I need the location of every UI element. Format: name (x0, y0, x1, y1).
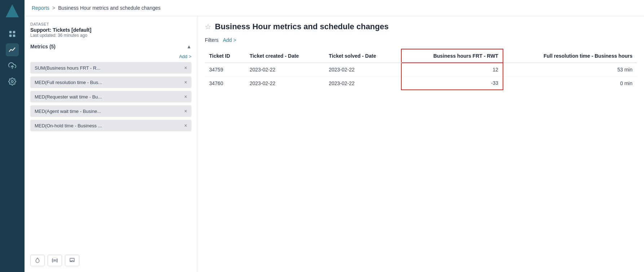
left-panel: Dataset Support: Tickets [default] Last … (25, 16, 198, 272)
breadcrumb: Reports > Business Hour metrics and sche… (25, 0, 644, 16)
report-title: Business Hour metrics and schedule chang… (215, 22, 389, 31)
metric-remove-3[interactable]: × (184, 94, 187, 100)
breadcrumb-current-page: Business Hour metrics and schedule chang… (58, 5, 160, 11)
table-header-row: Ticket ID Ticket created - Date Ticket s… (205, 49, 637, 63)
cell-ticket-solved-2: 2023-02-22 (325, 76, 401, 90)
table-row: 34760 2023-02-22 2023-02-22 -33 0 min (205, 76, 637, 90)
signal-icon-button[interactable] (48, 255, 62, 266)
metrics-header: Metrics (5) ▲ (30, 44, 191, 49)
chat-icon-button[interactable] (65, 255, 79, 266)
dataset-updated: Last updated: 36 minutes ago (30, 33, 191, 38)
svg-rect-1 (13, 31, 15, 33)
metric-label-3: MED(Requester wait time - Bu... (35, 94, 102, 100)
table-row: 34759 2023-02-22 2023-02-22 12 53 min (205, 63, 637, 76)
grid-icon (8, 30, 16, 38)
sidebar-item-reports[interactable] (6, 43, 19, 56)
dataset-name: Support: Tickets [default] (30, 27, 191, 33)
metric-tag-4: MED(Agent wait time - Busine... × (30, 105, 191, 117)
metrics-title: Metrics (5) (30, 44, 56, 49)
star-icon[interactable]: ☆ (205, 22, 211, 31)
metric-label-1: SUM(Business hours FRT - R... (35, 65, 100, 71)
metric-tag-5: MED(On-hold time - Business ... × (30, 120, 191, 131)
metric-label-5: MED(On-hold time - Business ... (35, 123, 102, 128)
sidebar-item-settings[interactable] (6, 75, 19, 88)
add-filter-button[interactable]: Add > (223, 37, 236, 43)
metric-tag-3: MED(Requester wait time - Bu... × (30, 91, 191, 102)
col-header-bh-frt-rwt: Business hours FRT - RWT (401, 49, 503, 63)
metric-label-4: MED(Agent wait time - Busine... (35, 109, 101, 114)
cell-bh-frt-rwt-2: -33 (401, 76, 503, 90)
svg-rect-0 (9, 31, 12, 33)
report-header: ☆ Business Hour metrics and schedule cha… (205, 22, 637, 31)
metric-remove-2[interactable]: × (184, 79, 187, 85)
metric-tag-1: SUM(Business hours FRT - R... × (30, 62, 191, 74)
svg-point-6 (54, 260, 56, 261)
svg-point-5 (11, 80, 13, 83)
filters-label: Filters (205, 37, 219, 43)
col-header-ticket-id: Ticket ID (205, 49, 245, 63)
col-header-ticket-solved: Ticket solved - Date (325, 49, 401, 63)
metric-label-2: MED(Full resolution time - Bus... (35, 80, 102, 85)
chart-icon (8, 46, 16, 54)
chat-icon (69, 258, 75, 263)
signal-icon (52, 258, 58, 263)
cell-ticket-id-2: 34760 (205, 76, 245, 90)
sidebar-item-upload[interactable] (6, 59, 19, 72)
cell-full-resolution-1: 53 min (503, 63, 637, 76)
svg-rect-3 (13, 35, 15, 37)
metric-remove-4[interactable]: × (184, 108, 187, 114)
cell-bh-frt-rwt-1: 12 (401, 63, 503, 76)
metric-tag-2: MED(Full resolution time - Bus... × (30, 76, 191, 88)
content-area: Dataset Support: Tickets [default] Last … (25, 16, 644, 272)
filters-bar: Filters Add > (205, 37, 637, 43)
drop-icon (35, 258, 40, 263)
drop-icon-button[interactable] (30, 255, 45, 266)
data-table: Ticket ID Ticket created - Date Ticket s… (205, 49, 637, 90)
logo-icon (6, 4, 19, 17)
cell-ticket-solved-1: 2023-02-22 (325, 63, 401, 76)
cell-full-resolution-2: 0 min (503, 76, 637, 90)
metrics-collapse-button[interactable]: ▲ (186, 44, 191, 49)
main-container: Reports > Business Hour metrics and sche… (25, 0, 644, 272)
upload-icon (8, 62, 16, 70)
metric-remove-1[interactable]: × (184, 65, 187, 71)
gear-icon (8, 78, 16, 85)
col-header-ticket-created: Ticket created - Date (245, 49, 325, 63)
breadcrumb-reports-link[interactable]: Reports (32, 5, 49, 11)
cell-ticket-created-1: 2023-02-22 (245, 63, 325, 76)
svg-rect-2 (9, 35, 12, 37)
col-header-full-resolution: Full resolution time - Business hours (503, 49, 637, 63)
cell-ticket-created-2: 2023-02-22 (245, 76, 325, 90)
right-panel: ☆ Business Hour metrics and schedule cha… (198, 16, 644, 272)
breadcrumb-separator: > (52, 5, 55, 11)
metrics-add-link[interactable]: Add > (30, 54, 191, 59)
sidebar (0, 0, 25, 272)
metric-remove-5[interactable]: × (184, 123, 187, 128)
cell-ticket-id-1: 34759 (205, 63, 245, 76)
bottom-icons (30, 249, 191, 266)
dataset-label: Dataset (30, 22, 191, 26)
sidebar-item-dashboard[interactable] (6, 27, 19, 40)
